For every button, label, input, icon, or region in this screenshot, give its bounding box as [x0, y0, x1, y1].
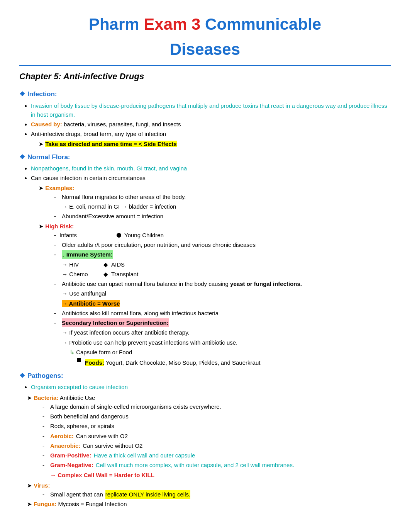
bact2: -Both beneficial and dangerous: [27, 412, 391, 421]
virus-header-row: ➤ Virus:: [27, 481, 391, 490]
anaerobic-row: - Anaerobic: Can survive without O2: [27, 441, 391, 450]
page-title: Pharm Exam 3 CommunicableDiseases: [19, 12, 391, 66]
nf-item1: Nonpathogens, found in the skin, mouth, …: [31, 164, 391, 173]
bact3: -Rods, spheres, or spirals: [27, 422, 391, 430]
infection-header: ❖ Infection:: [19, 89, 391, 99]
fungus-block: ➤ Fungus: Mycosis = Fungal Infection: [19, 500, 391, 508]
diamond-bullet1: ◆: [103, 260, 108, 269]
antibiotics-kill: - Antibiotics also kill normal flora, al…: [39, 309, 391, 318]
chapter-title: Chapter 5: Anti-infective Drugs: [19, 70, 391, 83]
take-directed: ➤ Take as directed and same time = < Sid…: [31, 139, 391, 148]
diamond-icon: ❖: [19, 89, 25, 99]
immune-row2: → Chemo ◆ Transplant: [39, 270, 391, 279]
square-bullet-icon: [77, 358, 81, 362]
infection-list: Invasion of body tissue by disease-produ…: [19, 101, 391, 148]
pathogens-section: ❖ Pathogens: Organism excepted to cause …: [19, 371, 391, 509]
capsule-form: ↳ Capsule form or Food: [39, 348, 391, 357]
bact1: -A large domain of single-celled microor…: [27, 402, 391, 411]
normal-flora-header: ❖ Normal Flora:: [19, 152, 391, 162]
infection-item2: Caused by: bacteria, viruses, parasites,…: [31, 120, 391, 129]
nf-item2: Can cause infection in certain circumsta…: [31, 173, 391, 367]
infection-item1: Invasion of body tissue by disease-produ…: [31, 101, 391, 119]
high-risk-header: ➤ High Risk:: [39, 222, 391, 231]
virus-block: ➤ Virus: - Small agent that can replicat…: [19, 481, 391, 499]
examples-header: ➤ Examples:: [39, 184, 391, 192]
gram-pos-row: - Gram-Positive: Have a thick cell wall …: [27, 451, 391, 460]
ex1-arrow: → E. coli, normal in GI → bladder = infe…: [39, 202, 391, 211]
infection-item3: Anti-infective drugs, broad term, any ty…: [31, 129, 391, 148]
aerobic-row: - Aerobic: Can survive with O2: [27, 432, 391, 440]
complex-wall: → Complex Cell Wall = Harder to KILL: [27, 471, 391, 479]
pathogens-header: ❖ Pathogens:: [19, 371, 391, 381]
high-risk-block: ➤ High Risk: - Infants Young Children -O…: [31, 222, 391, 367]
diamond-icon3: ❖: [19, 371, 25, 381]
virus-text-row: - Small agent that can replicate ONLY in…: [27, 490, 391, 499]
sec1: → If yeast infection occurs after antibi…: [39, 328, 391, 337]
antibiotic-upset: - Antibiotic use can upset normal flora …: [39, 279, 391, 288]
hr-row1: - Infants Young Children: [39, 231, 391, 240]
examples-block: ➤ Examples: -Normal flora migrates to ot…: [31, 184, 391, 221]
diamond-icon2: ❖: [19, 152, 25, 162]
normal-flora-list: Nonpathogens, found in the skin, mouth, …: [19, 164, 391, 367]
immune-row1: → HIV ◆ AIDS: [39, 260, 391, 269]
foods-row: Foods: Yogurt, Dark Chocolate, Miso Soup…: [39, 358, 391, 367]
bullet-circle: [117, 233, 121, 238]
antibiotic-worse: → Antibiotic = Worse: [39, 299, 391, 308]
sec2: → Probiotic use can help prevent yeast i…: [39, 338, 391, 347]
ex1: -Normal flora migrates to other areas of…: [39, 192, 391, 201]
immune-header-row: - ↓ Immune System:: [39, 250, 391, 259]
pathogens-list: Organism excepted to cause infection: [19, 382, 391, 391]
pathogens-item1: Organism excepted to cause infection: [31, 382, 391, 391]
normal-flora-section: ❖ Normal Flora: Nonpathogens, found in t…: [19, 152, 391, 367]
secondary-infection-header: - Secondary Infection or Superinfection:: [39, 318, 391, 327]
antibiotic-text1: Antibiotic use can upset normal flora ba…: [62, 279, 302, 288]
gram-neg-row: - Gram-Negative: Cell wall much more com…: [27, 461, 391, 469]
infection-section: ❖ Infection: Invasion of body tissue by …: [19, 89, 391, 148]
bacteria-header-row: ➤ Bacteria: Antibiotic Use: [27, 393, 391, 402]
diamond-bullet2: ◆: [103, 270, 108, 279]
hr-row2: -Older adults r/t poor circulation, poor…: [39, 240, 391, 249]
use-antifungal: → Use antifungal: [39, 289, 391, 298]
bacteria-block: ➤ Bacteria: Antibiotic Use -A large doma…: [19, 393, 391, 479]
ex2: -Abundant/Excessive amount = infection: [39, 212, 391, 221]
